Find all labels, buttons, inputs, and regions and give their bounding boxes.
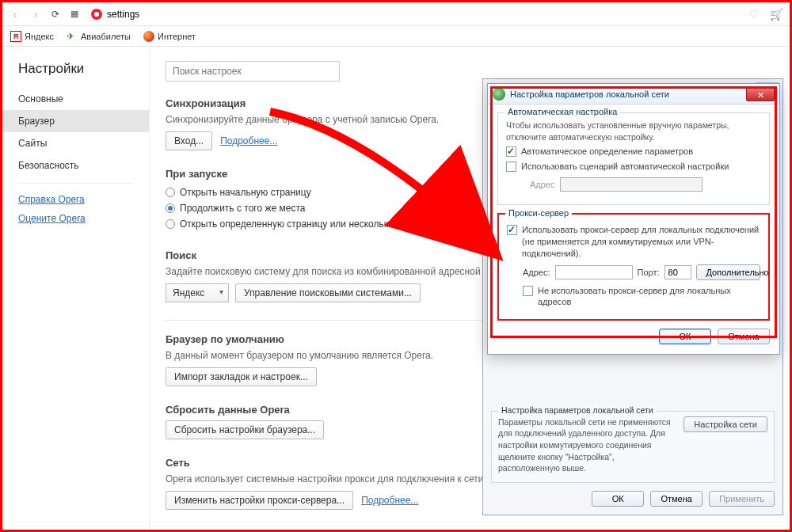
sidebar-item-security[interactable]: Безопасность [2, 154, 149, 177]
script-address-label: Адрес [530, 180, 555, 189]
address-input[interactable] [107, 9, 741, 20]
parent-cancel-button[interactable]: Отмена [650, 491, 703, 507]
forward-button[interactable]: › [28, 8, 44, 21]
lan-cancel-button[interactable]: Отмена [718, 329, 770, 344]
proxy-advanced-button[interactable]: Дополнительно [696, 264, 760, 280]
bookmark-label: Интернет [158, 32, 196, 41]
network-more-link[interactable]: Подробнее... [361, 495, 418, 506]
use-proxy-checkbox[interactable] [507, 225, 517, 235]
globe-icon [493, 88, 505, 101]
sidebar-item-browser[interactable]: Браузер [2, 110, 149, 132]
parent-ok-button[interactable]: ОК [592, 491, 644, 507]
bookmark-label: Авиабилеты [81, 32, 131, 41]
group-legend: Прокси-сервер [505, 208, 572, 218]
reload-button[interactable]: ⟳ [48, 9, 63, 20]
parent-apply-button[interactable]: Применить [709, 491, 775, 507]
script-address-input [560, 177, 703, 192]
proxy-address-label: Адрес: [523, 268, 550, 277]
page-title: Настройки [2, 61, 149, 88]
checkbox-label: Не использовать прокси-сервер для локаль… [538, 285, 760, 309]
sidebar-separator [18, 183, 133, 184]
sidebar-item-basic[interactable]: Основные [2, 88, 149, 110]
checkbox-label: Использовать прокси-сервер для локальных… [522, 224, 760, 260]
bookmark-avia[interactable]: ✈ Авиабилеты [67, 31, 131, 42]
dialog-title: Настройка параметров локальной сети [510, 89, 746, 99]
bookmark-label: Яндекс [25, 32, 54, 41]
shopping-cart-icon[interactable]: 🛒 [767, 8, 785, 21]
firefox-icon [143, 31, 154, 42]
yandex-icon: Я [10, 31, 21, 42]
lan-hint-text: Параметры локальной сети не применяются … [498, 416, 676, 474]
bypass-local-checkbox[interactable] [523, 286, 533, 296]
checkbox-label: Использовать сценарий автоматической нас… [521, 161, 729, 173]
browser-toolbar: ‹ › ⟳ ▦ ♡ 🛒 [2, 2, 790, 26]
search-engine-select[interactable]: Яндекс [166, 283, 229, 302]
lan-settings-group: Настройка параметров локальной сети Пара… [491, 411, 775, 483]
proxy-address-input[interactable] [555, 265, 633, 279]
lan-settings-dialog: Настройка параметров локальной сети ✕ Ав… [487, 83, 780, 355]
speed-dial-button[interactable]: ▦ [67, 9, 82, 19]
radio-icon [166, 219, 175, 229]
sync-more-link[interactable]: Подробнее... [220, 135, 277, 146]
radio-label: Открыть начальную страницу [180, 187, 311, 198]
bookmark-yandex[interactable]: Я Яндекс [10, 31, 54, 42]
radio-label: Продолжить с того же места [180, 203, 305, 214]
import-bookmarks-button[interactable]: Импорт закладок и настроек... [166, 367, 317, 386]
rate-link[interactable]: Оцените Opera [18, 213, 86, 224]
manage-search-button[interactable]: Управление поисковыми системами... [235, 283, 421, 302]
bookmark-heart-icon[interactable]: ♡ [745, 8, 763, 21]
radio-label: Открыть определенную страницу или нескол… [180, 218, 432, 230]
back-button[interactable]: ‹ [7, 8, 23, 21]
sync-login-button[interactable]: Вход... [166, 131, 212, 150]
settings-search-input[interactable] [166, 61, 340, 82]
bookmark-internet[interactable]: Интернет [143, 31, 196, 42]
auto-hint: Чтобы использовать установленные вручную… [506, 120, 761, 142]
checkbox-label: Автоматическое определение параметров [521, 146, 693, 158]
auto-detect-checkbox[interactable] [506, 146, 516, 157]
settings-sidebar: Настройки Основные Браузер Сайты Безопас… [2, 47, 150, 530]
auto-config-group: Автоматическая настройка Чтобы использов… [497, 112, 770, 205]
proxy-server-group: Прокси-сервер Использовать прокси-сервер… [497, 213, 770, 321]
help-link[interactable]: Справка Opera [18, 194, 85, 205]
use-script-checkbox[interactable] [506, 162, 516, 172]
address-bar[interactable] [86, 6, 741, 23]
app-frame: ‹ › ⟳ ▦ ♡ 🛒 Я Яндекс ✈ Авиабилеты Интерн… [0, 0, 792, 532]
change-proxy-button[interactable]: Изменить настройки прокси-сервера... [166, 491, 353, 510]
bookmarks-bar: Я Яндекс ✈ Авиабилеты Интернет [2, 26, 790, 47]
reset-browser-button[interactable]: Сбросить настройки браузера... [166, 420, 324, 439]
lan-settings-button[interactable]: Настройка сети [683, 416, 767, 432]
sidebar-item-sites[interactable]: Сайты [2, 132, 149, 154]
proxy-port-input[interactable] [664, 265, 691, 279]
opera-icon [91, 9, 102, 20]
radio-icon [166, 188, 175, 197]
proxy-port-label: Порт: [638, 268, 660, 277]
radio-icon [166, 203, 175, 213]
lan-ok-button[interactable]: ОК [659, 329, 711, 344]
group-legend: Настройка параметров локальной сети [498, 405, 657, 415]
group-legend: Автоматическая настройка [505, 107, 620, 116]
dialog-titlebar[interactable]: Настройка параметров локальной сети ✕ [488, 84, 779, 104]
close-icon[interactable]: ✕ [746, 87, 775, 101]
plane-icon: ✈ [67, 31, 78, 42]
